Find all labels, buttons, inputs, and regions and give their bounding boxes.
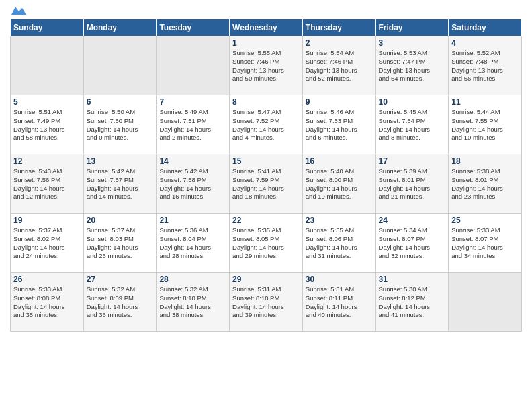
calendar-cell: 19Sunrise: 5:37 AM Sunset: 8:02 PM Dayli… bbox=[11, 214, 84, 273]
day-detail: Sunrise: 5:52 AM Sunset: 7:48 PM Dayligh… bbox=[451, 49, 519, 83]
calendar-week-5: 26Sunrise: 5:33 AM Sunset: 8:08 PM Dayli… bbox=[11, 273, 522, 332]
day-detail: Sunrise: 5:46 AM Sunset: 7:53 PM Dayligh… bbox=[306, 108, 373, 142]
calendar-cell: 28Sunrise: 5:32 AM Sunset: 8:10 PM Dayli… bbox=[157, 273, 230, 332]
day-detail: Sunrise: 5:34 AM Sunset: 8:07 PM Dayligh… bbox=[379, 226, 446, 261]
day-detail: Sunrise: 5:36 AM Sunset: 8:04 PM Dayligh… bbox=[159, 226, 226, 261]
calendar-cell: 9Sunrise: 5:46 AM Sunset: 7:53 PM Daylig… bbox=[302, 95, 375, 154]
day-detail: Sunrise: 5:31 AM Sunset: 8:11 PM Dayligh… bbox=[306, 285, 373, 320]
day-number: 28 bbox=[159, 275, 226, 284]
calendar-cell: 17Sunrise: 5:39 AM Sunset: 8:01 PM Dayli… bbox=[375, 154, 449, 214]
day-detail: Sunrise: 5:33 AM Sunset: 8:08 PM Dayligh… bbox=[13, 285, 81, 320]
calendar-cell: 26Sunrise: 5:33 AM Sunset: 8:08 PM Dayli… bbox=[11, 273, 84, 332]
day-detail: Sunrise: 5:55 AM Sunset: 7:46 PM Dayligh… bbox=[232, 49, 300, 83]
day-number: 8 bbox=[232, 97, 300, 107]
calendar-cell: 15Sunrise: 5:41 AM Sunset: 7:59 PM Dayli… bbox=[230, 154, 303, 214]
day-detail: Sunrise: 5:37 AM Sunset: 8:03 PM Dayligh… bbox=[87, 226, 154, 261]
day-number: 30 bbox=[306, 275, 373, 284]
day-detail: Sunrise: 5:49 AM Sunset: 7:51 PM Dayligh… bbox=[159, 108, 226, 142]
day-number: 17 bbox=[379, 156, 446, 166]
day-number: 25 bbox=[451, 216, 519, 225]
day-number: 18 bbox=[451, 156, 519, 166]
calendar-cell: 29Sunrise: 5:31 AM Sunset: 8:10 PM Dayli… bbox=[230, 273, 303, 332]
day-header-wednesday: Wednesday bbox=[230, 19, 303, 36]
calendar-cell: 31Sunrise: 5:30 AM Sunset: 8:12 PM Dayli… bbox=[375, 273, 449, 332]
calendar-cell: 24Sunrise: 5:34 AM Sunset: 8:07 PM Dayli… bbox=[375, 214, 449, 273]
calendar-cell: 7Sunrise: 5:49 AM Sunset: 7:51 PM Daylig… bbox=[157, 95, 230, 154]
day-detail: Sunrise: 5:47 AM Sunset: 7:52 PM Dayligh… bbox=[232, 108, 300, 142]
day-number: 22 bbox=[232, 216, 300, 225]
calendar-cell bbox=[157, 36, 230, 95]
day-number: 13 bbox=[87, 156, 154, 166]
day-detail: Sunrise: 5:42 AM Sunset: 7:58 PM Dayligh… bbox=[159, 167, 226, 201]
day-header-friday: Friday bbox=[375, 19, 449, 36]
calendar-cell: 10Sunrise: 5:45 AM Sunset: 7:54 PM Dayli… bbox=[375, 95, 449, 154]
day-number: 3 bbox=[379, 38, 446, 48]
calendar-cell: 30Sunrise: 5:31 AM Sunset: 8:11 PM Dayli… bbox=[302, 273, 375, 332]
calendar-header-row: SundayMondayTuesdayWednesdayThursdayFrid… bbox=[11, 19, 522, 36]
calendar-cell: 5Sunrise: 5:51 AM Sunset: 7:49 PM Daylig… bbox=[11, 95, 84, 154]
day-detail: Sunrise: 5:32 AM Sunset: 8:09 PM Dayligh… bbox=[87, 285, 154, 320]
day-number: 9 bbox=[306, 97, 373, 107]
day-header-tuesday: Tuesday bbox=[157, 19, 230, 36]
calendar-cell: 22Sunrise: 5:35 AM Sunset: 8:05 PM Dayli… bbox=[230, 214, 303, 273]
calendar-cell: 13Sunrise: 5:42 AM Sunset: 7:57 PM Dayli… bbox=[83, 154, 157, 214]
day-detail: Sunrise: 5:45 AM Sunset: 7:54 PM Dayligh… bbox=[379, 108, 446, 142]
calendar-body: 1Sunrise: 5:55 AM Sunset: 7:46 PM Daylig… bbox=[11, 36, 522, 332]
logo-icon bbox=[11, 5, 26, 15]
day-detail: Sunrise: 5:35 AM Sunset: 8:05 PM Dayligh… bbox=[232, 226, 300, 261]
calendar-cell: 4Sunrise: 5:52 AM Sunset: 7:48 PM Daylig… bbox=[449, 36, 522, 95]
day-number: 16 bbox=[306, 156, 373, 166]
day-detail: Sunrise: 5:39 AM Sunset: 8:01 PM Dayligh… bbox=[379, 167, 446, 201]
calendar-cell: 20Sunrise: 5:37 AM Sunset: 8:03 PM Dayli… bbox=[83, 214, 157, 273]
calendar-cell: 11Sunrise: 5:44 AM Sunset: 7:55 PM Dayli… bbox=[449, 95, 522, 154]
calendar-cell: 6Sunrise: 5:50 AM Sunset: 7:50 PM Daylig… bbox=[83, 95, 157, 154]
calendar-cell: 27Sunrise: 5:32 AM Sunset: 8:09 PM Dayli… bbox=[83, 273, 157, 332]
day-detail: Sunrise: 5:37 AM Sunset: 8:02 PM Dayligh… bbox=[13, 226, 81, 261]
day-detail: Sunrise: 5:33 AM Sunset: 8:07 PM Dayligh… bbox=[451, 226, 519, 261]
day-number: 23 bbox=[306, 216, 373, 225]
day-detail: Sunrise: 5:38 AM Sunset: 8:01 PM Dayligh… bbox=[451, 167, 519, 201]
day-number: 29 bbox=[232, 275, 300, 284]
day-detail: Sunrise: 5:43 AM Sunset: 7:56 PM Dayligh… bbox=[13, 167, 81, 201]
day-header-sunday: Sunday bbox=[11, 19, 84, 36]
calendar-cell bbox=[83, 36, 157, 95]
day-detail: Sunrise: 5:53 AM Sunset: 7:47 PM Dayligh… bbox=[379, 49, 446, 83]
day-number: 6 bbox=[87, 97, 154, 107]
day-number: 11 bbox=[451, 97, 519, 107]
day-number: 21 bbox=[159, 216, 226, 225]
day-detail: Sunrise: 5:32 AM Sunset: 8:10 PM Dayligh… bbox=[159, 285, 226, 320]
day-number: 7 bbox=[159, 97, 226, 107]
calendar-cell: 23Sunrise: 5:35 AM Sunset: 8:06 PM Dayli… bbox=[302, 214, 375, 273]
calendar-cell bbox=[449, 273, 522, 332]
calendar-cell: 21Sunrise: 5:36 AM Sunset: 8:04 PM Dayli… bbox=[157, 214, 230, 273]
calendar-cell: 18Sunrise: 5:38 AM Sunset: 8:01 PM Dayli… bbox=[449, 154, 522, 214]
calendar-cell: 14Sunrise: 5:42 AM Sunset: 7:58 PM Dayli… bbox=[157, 154, 230, 214]
day-number: 14 bbox=[159, 156, 226, 166]
day-number: 12 bbox=[13, 156, 81, 166]
calendar-cell bbox=[11, 36, 84, 95]
day-number: 26 bbox=[13, 275, 81, 284]
day-detail: Sunrise: 5:50 AM Sunset: 7:50 PM Dayligh… bbox=[87, 108, 154, 142]
day-detail: Sunrise: 5:31 AM Sunset: 8:10 PM Dayligh… bbox=[232, 285, 300, 320]
day-number: 1 bbox=[232, 38, 300, 48]
calendar-table: SundayMondayTuesdayWednesdayThursdayFrid… bbox=[10, 19, 522, 332]
day-number: 31 bbox=[379, 275, 446, 284]
calendar-cell: 3Sunrise: 5:53 AM Sunset: 7:47 PM Daylig… bbox=[375, 36, 449, 95]
day-header-monday: Monday bbox=[83, 19, 157, 36]
logo bbox=[10, 7, 26, 15]
day-number: 15 bbox=[232, 156, 300, 166]
calendar-week-4: 19Sunrise: 5:37 AM Sunset: 8:02 PM Dayli… bbox=[11, 214, 522, 273]
calendar-cell: 8Sunrise: 5:47 AM Sunset: 7:52 PM Daylig… bbox=[230, 95, 303, 154]
day-detail: Sunrise: 5:35 AM Sunset: 8:06 PM Dayligh… bbox=[306, 226, 373, 261]
day-number: 10 bbox=[379, 97, 446, 107]
day-number: 24 bbox=[379, 216, 446, 225]
day-detail: Sunrise: 5:41 AM Sunset: 7:59 PM Dayligh… bbox=[232, 167, 300, 201]
day-number: 27 bbox=[87, 275, 154, 284]
day-detail: Sunrise: 5:40 AM Sunset: 8:00 PM Dayligh… bbox=[306, 167, 373, 201]
calendar-cell: 25Sunrise: 5:33 AM Sunset: 8:07 PM Dayli… bbox=[449, 214, 522, 273]
calendar-week-1: 1Sunrise: 5:55 AM Sunset: 7:46 PM Daylig… bbox=[11, 36, 522, 95]
day-detail: Sunrise: 5:51 AM Sunset: 7:49 PM Dayligh… bbox=[13, 108, 81, 142]
day-header-thursday: Thursday bbox=[302, 19, 375, 36]
day-number: 5 bbox=[13, 97, 81, 107]
svg-marker-0 bbox=[11, 7, 26, 15]
